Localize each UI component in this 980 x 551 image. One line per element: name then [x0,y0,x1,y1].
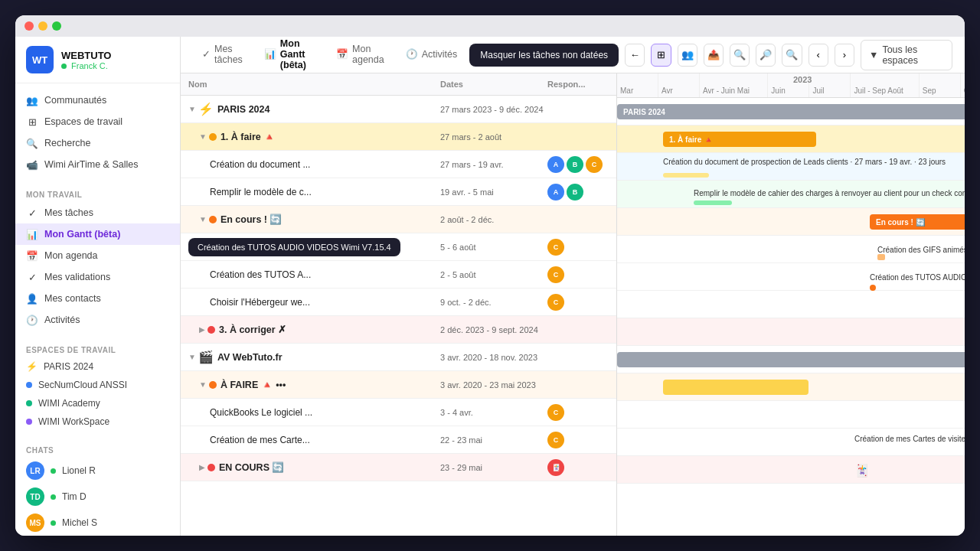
zoom-reset-btn[interactable]: 🔍 [782,44,802,67]
gantt-label-cartes: Création de mes Cartes de visites WebTut… [854,435,965,443]
nav-people-btn[interactable]: 👥 [678,44,697,67]
camera-icon: 📹 [26,158,38,171]
workspace-wimi-workspace[interactable]: WIMI WorkSpace [15,412,180,431]
task-name: Remplir le modèle de c... [210,187,440,197]
gantt-row: Création des GIFS animés de Wimi V7.15.4… [617,236,965,263]
task-row[interactable]: ▼ ⚡ PARIS 2024 27 mars 2023 - 9 déc. 202… [181,96,616,123]
workspace-wimi-academy[interactable]: WIMI Academy [15,394,180,412]
gantt-dot [870,285,876,291]
nav-left-btn[interactable]: ‹ [808,44,828,67]
sidebar-header: WT WEBTUTO Franck C. [15,37,180,83]
tooltip-bubble: Masquer les tâches non datées [469,44,619,67]
section-title-espaces: ESPACES DE TRAVAIL [15,343,180,357]
chevron-icon[interactable]: ▼ [188,353,196,361]
task-row[interactable]: Création des TUTOS AUDIO VIDEOS Wimi V7.… [181,261,616,289]
tab-mon-gantt[interactable]: 📊 Mon Gantt (bêta) [255,37,324,77]
paris-task-icon: ⚡ [198,102,214,116]
task-row[interactable]: Création du document ... 27 mars - 19 av… [181,151,616,178]
month-juil-sep: Juil - Sep Août [851,73,919,97]
task-name: PARIS 2024 [217,104,440,115]
tab-mes-taches[interactable]: ✓ Mes tâches [193,39,252,71]
filter-icon: ▼ [869,50,878,60]
avatar: WT [26,46,54,73]
chat-michel[interactable]: MS Michel S [15,510,180,536]
nav-grid-btn[interactable]: ⊞ [651,44,671,67]
status-dot [209,133,217,141]
gantt-row: Choisir l'Hébergeur web du projet · 9 oc… [617,291,965,318]
sidebar-item-recherche[interactable]: 🔍 Recherche [15,132,180,154]
tab-mon-agenda[interactable]: 📅 Mon agenda [327,39,394,71]
gantt-months-row: Mar Avr Avr - Juin Mai Juin Juil Juil - … [617,73,965,97]
chevron-icon[interactable]: ▼ [199,132,207,141]
chevron-icon[interactable]: ▶ [199,325,205,334]
task-name: Création des TUTOS A... [210,269,440,280]
online-dot [61,64,67,69]
task-dates: 3 - 4 avr. [440,408,547,417]
nav-share-btn[interactable]: 📤 [704,44,724,67]
sidebar-item-mes-contacts[interactable]: 👤 Mes contacts [15,288,180,309]
task-row[interactable]: ▼ 🎬 AV WebTuto.fr 3 avr. 2020 - 18 nov. … [181,344,616,371]
status-dot [209,216,217,223]
sidebar-nav: 👥 Communautés ⊞ Espaces de travail 🔍 Rec… [15,83,180,181]
resp-avatar: C [547,239,564,256]
sidebar-item-mes-validations[interactable]: ✓ Mes validations [15,266,180,288]
sidebar-item-mon-agenda[interactable]: 📅 Mon agenda [15,245,180,266]
close-button[interactable] [24,21,34,31]
task-row[interactable]: ▼ En cours ! 🔄 2 août - 2 déc. [181,206,616,233]
task-dates: 19 avr. - 5 mai [440,187,547,197]
gantt-year: 2023 [793,75,812,84]
status-dot [207,464,215,471]
filter-spaces-btn[interactable]: ▼ Tous les espaces [861,40,952,70]
sidebar-item-activites[interactable]: 🕐 Activités [15,309,180,331]
chevron-icon[interactable]: ▼ [199,380,207,389]
task-row[interactable]: ▼ À FAIRE 🔺 ••• 3 avr. 2020 - 23 mai 202… [181,371,616,399]
task-row[interactable]: QuickBooks Le logiciel ... 3 - 4 avr. C [181,399,616,426]
sidebar-item-espaces[interactable]: ⊞ Espaces de travail [15,111,180,132]
brand-name: WEBTUTO [61,50,111,61]
chat-lionel[interactable]: LR Lionel R [15,458,180,484]
nav-prev-btn[interactable]: ← [625,44,645,67]
title-bar [15,15,965,37]
minimize-button[interactable] [38,21,47,31]
task-name: En cours ! 🔄 [220,214,440,225]
tab-activites[interactable]: 🕐 Activités [397,44,467,66]
task-row[interactable]: ▶ EN COURS 🔄 23 - 29 mai 🃏 [181,454,616,481]
chevron-icon[interactable]: ▶ [199,463,205,471]
gantt-header: 2023 Mar Avr Avr - Juin Mai Juin Juil Ju… [617,73,965,98]
sidebar-item-wimi-airtime[interactable]: 📹 Wimi AirTime & Salles [15,154,180,175]
sidebar-item-mes-taches[interactable]: ✓ Mes tâches [15,202,180,223]
gantt-row: 3. À corriger [617,318,965,346]
zoom-out-btn[interactable]: 🔍 [730,44,750,67]
status-dot [207,326,215,334]
sidebar-item-mon-gantt[interactable]: 📊 Mon Gantt (bêta) [15,223,180,245]
gantt-label-gifs: Création des GIFS animés de Wimi V7.15.4… [877,242,965,256]
chat-avatar-lionel: LR [26,461,44,480]
gantt-icon: 📊 [26,228,38,240]
user-name: Franck C. [61,61,111,70]
gantt-row [617,401,965,429]
chat-tim[interactable]: TD Tim D [15,484,180,510]
gantt-chart[interactable]: 2023 Mar Avr Avr - Juin Mai Juin Juil Ju… [617,73,965,536]
zoom-in-btn[interactable]: 🔎 [756,44,776,67]
task-resp: C [547,404,609,421]
month-sep: Sep [920,73,961,97]
task-row[interactable]: Création de mes Carte... 22 - 23 mai C [181,426,616,454]
content-area: ✓ Mes tâches 📊 Mon Gantt (bêta) 📅 Mon ag… [181,37,965,536]
workspace-secnumcloud[interactable]: SecNumCloud ANSSI [15,376,180,394]
task-name: 1. À faire 🔺 [220,131,440,142]
sidebar-item-communautes[interactable]: 👥 Communautés [15,90,180,111]
gantt-row [617,346,965,373]
contact-icon: 👤 [26,292,38,305]
chevron-icon[interactable]: ▼ [188,105,196,113]
task-row[interactable]: Choisir l'Hébergeur we... 9 oct. - 2 déc… [181,289,616,316]
task-row[interactable]: ▶ 3. À corriger ✗ 2 déc. 2023 - 9 sept. … [181,316,616,344]
maximize-button[interactable] [52,21,61,31]
workspace-paris2024[interactable]: ⚡ PARIS 2024 [15,357,180,376]
task-row[interactable]: ▼ 1. À faire 🔺 27 mars - 2 août [181,123,616,151]
task-resp: C [547,432,609,448]
chevron-icon[interactable]: ▼ [199,215,207,223]
task-row[interactable]: Remplir le modèle de c... 19 avr. - 5 ma… [181,178,616,206]
task-resp: C [547,239,609,256]
nav-right-btn[interactable]: › [835,44,854,67]
gantt-bar-afaire-av [663,380,808,395]
